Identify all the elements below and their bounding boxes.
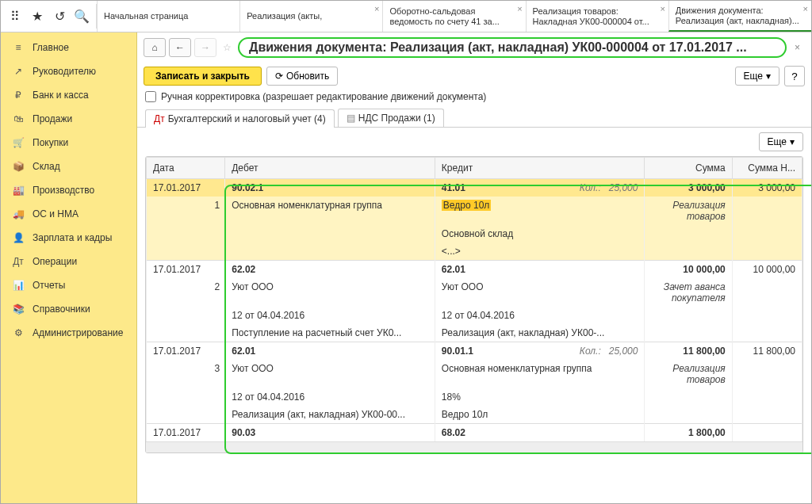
sidebar-label: Справочники — [33, 304, 90, 315]
sidebar-item[interactable]: 🛒Покупки — [1, 131, 136, 155]
sidebar-label: Зарплата и кадры — [33, 232, 112, 243]
apps-icon[interactable]: ⠿ — [4, 6, 26, 28]
sidebar-item[interactable]: ⚙Администрирование — [1, 321, 136, 345]
grid[interactable]: Дата Дебет Кредит Сумма Сумма Н... 17.01… — [137, 156, 811, 503]
sidebar-item[interactable]: 📊Отчеты — [1, 273, 136, 297]
top-tab[interactable]: Реализация (акты,× — [239, 1, 382, 32]
table-row[interactable]: Реализация (акт, накладная) УК00-00...Ве… — [147, 406, 802, 424]
sidebar-icon: ↗ — [12, 66, 25, 77]
save-and-close-button[interactable]: Записать и закрыть — [144, 67, 262, 86]
sidebar-icon: 👤 — [12, 232, 25, 243]
refresh-icon: ⟳ — [275, 71, 283, 82]
manual-edit-label: Ручная корректировка (разрешает редактир… — [161, 91, 486, 102]
col-credit[interactable]: Кредит — [435, 158, 645, 179]
sidebar-label: Продажи — [33, 113, 72, 124]
sidebar-label: Администрирование — [33, 327, 123, 338]
history-icon[interactable]: ↺ — [48, 6, 71, 28]
star-icon[interactable]: ★ — [26, 6, 48, 28]
table-row[interactable]: 17.01.201762.0190.01.1Кол.: 25,00011 800… — [147, 342, 802, 361]
table-row[interactable]: <...> — [147, 242, 802, 261]
chevron-down-icon: ▾ — [790, 136, 795, 147]
sidebar-label: Банк и касса — [33, 90, 89, 101]
table-row[interactable]: Основной склад — [147, 225, 802, 242]
sidebar: ≡Главное↗Руководителю₽Банк и касса🛍Прода… — [1, 32, 137, 503]
sidebar-label: Операции — [33, 256, 77, 267]
help-button[interactable]: ? — [784, 66, 805, 86]
table-row[interactable]: 12 от 04.04.201618% — [147, 388, 802, 406]
table-row[interactable]: 3Уют ООООсновная номенклатурная группаРе… — [147, 360, 802, 388]
sidebar-icon: 🛒 — [12, 137, 25, 148]
subtab[interactable]: ▤ НДС Продажи (1) — [338, 109, 444, 127]
forward-button[interactable]: → — [194, 38, 216, 57]
sidebar-icon: 🏭 — [12, 185, 25, 196]
refresh-button[interactable]: ⟳Обновить — [266, 67, 338, 86]
sidebar-item[interactable]: 🏭Производство — [1, 178, 136, 202]
table-row[interactable]: 2Уют ОООУют ОООЗачет аванса покупателя — [147, 278, 802, 307]
col-date[interactable]: Дата — [147, 158, 225, 179]
sidebar-label: Руководителю — [33, 66, 96, 77]
page-title: Движения документа: Реализация (акт, нак… — [238, 37, 787, 58]
tab-close-icon[interactable]: × — [374, 4, 379, 14]
subtabs: Дт Бухгалтерский и налоговый учет (4)▤ Н… — [137, 109, 811, 128]
top-tab[interactable]: Движения документа: Реализация (акт, нак… — [668, 1, 811, 32]
sidebar-item[interactable]: ДтОперации — [1, 250, 136, 273]
sidebar-item[interactable]: ≡Главное — [1, 36, 136, 59]
table-row[interactable]: 12 от 04.04.201612 от 04.04.2016 — [147, 307, 802, 324]
sidebar-item[interactable]: 🚚ОС и НМА — [1, 202, 136, 226]
more-button[interactable]: Еще ▾ — [735, 67, 779, 86]
top-tab-bar: ⠿ ★ ↺ 🔍 Начальная страницаРеализация (ак… — [1, 1, 811, 32]
tab-close-icon[interactable]: × — [517, 4, 522, 14]
col-debit[interactable]: Дебет — [225, 158, 435, 179]
subtab[interactable]: Дт Бухгалтерский и налоговый учет (4) — [145, 109, 335, 128]
col-sum[interactable]: Сумма — [645, 158, 732, 179]
favorite-star-icon[interactable]: ☆ — [220, 42, 235, 53]
sidebar-icon: ≡ — [12, 42, 25, 53]
back-button[interactable]: ← — [169, 38, 191, 57]
top-tab[interactable]: Оборотно-сальдовая ведомость по счету 41… — [382, 1, 525, 32]
col-sumn[interactable]: Сумма Н... — [732, 158, 802, 179]
sidebar-item[interactable]: 👤Зарплата и кадры — [1, 226, 136, 250]
doc-icon: ▤ — [347, 113, 355, 124]
sidebar-label: Главное — [33, 42, 69, 53]
sidebar-label: Производство — [33, 185, 94, 196]
sidebar-label: Покупки — [33, 137, 68, 148]
sidebar-label: Отчеты — [33, 280, 65, 291]
sidebar-item[interactable]: 📚Справочники — [1, 297, 136, 321]
sidebar-icon: 🚚 — [12, 208, 25, 220]
chevron-down-icon: ▾ — [766, 71, 771, 82]
sidebar-icon: Дт — [12, 256, 25, 267]
sidebar-item[interactable]: ↗Руководителю — [1, 59, 136, 83]
sidebar-icon: ₽ — [12, 90, 25, 101]
sidebar-icon: 🛍 — [12, 113, 25, 124]
sidebar-item[interactable]: 🛍Продажи — [1, 107, 136, 131]
top-tab[interactable]: Реализация товаров: Накладная УК00-00000… — [526, 1, 668, 32]
horizontal-scrollbar[interactable] — [146, 441, 802, 452]
tab-close-icon[interactable]: × — [803, 4, 808, 14]
sidebar-icon: ⚙ — [12, 327, 25, 338]
table-row[interactable]: 17.01.201790.02.141.01Кол.: 25,0003 000,… — [147, 179, 802, 197]
sidebar-icon: 📊 — [12, 280, 25, 291]
grid-more-button[interactable]: Еще ▾ — [759, 132, 803, 151]
close-icon[interactable]: × — [790, 42, 805, 53]
sidebar-label: ОС и НМА — [33, 208, 79, 220]
home-button[interactable]: ⌂ — [144, 38, 166, 57]
sidebar-label: Склад — [33, 161, 60, 172]
table-row[interactable]: Поступление на расчетный счет УК0...Реал… — [147, 324, 802, 342]
search-icon[interactable]: 🔍 — [71, 6, 93, 28]
sidebar-icon: 📦 — [12, 161, 25, 172]
table-row[interactable]: 17.01.201790.0368.021 800,00 — [147, 424, 802, 442]
ledger-icon: Дт — [154, 113, 165, 124]
sidebar-item[interactable]: 📦Склад — [1, 155, 136, 178]
tab-close-icon[interactable]: × — [660, 4, 665, 14]
top-tab[interactable]: Начальная страница — [97, 1, 239, 32]
table-row[interactable]: 1Основная номенклатурная группаВедро 10л… — [147, 197, 802, 225]
sidebar-icon: 📚 — [12, 304, 25, 315]
sidebar-item[interactable]: ₽Банк и касса — [1, 83, 136, 107]
table-row[interactable]: 17.01.201762.0262.0110 000,0010 000,00 — [147, 261, 802, 279]
manual-edit-checkbox[interactable] — [145, 91, 156, 102]
